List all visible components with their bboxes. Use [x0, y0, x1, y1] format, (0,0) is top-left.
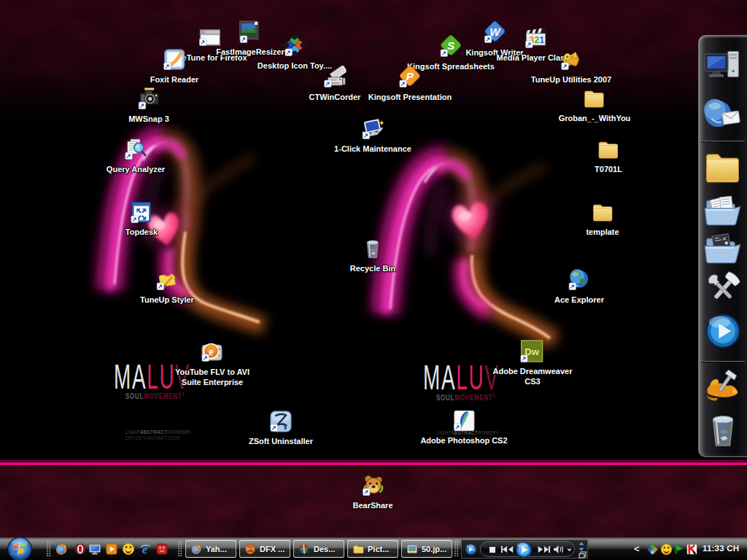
svg-text:e: e: [142, 542, 148, 556]
svg-text:SOULMOVEMENT2: SOULMOVEMENT2: [436, 392, 495, 402]
svg-text:SOULMOVEMENT2: SOULMOVEMENT2: [125, 391, 185, 400]
svg-text:e: e: [209, 346, 213, 357]
svg-text:S: S: [447, 39, 454, 52]
svg-text:DPI.DEVIANTART.COM: DPI.DEVIANTART.COM: [125, 435, 180, 440]
svg-text:DFX: DFX: [247, 547, 255, 551]
svg-text:LIGHTABSTRACTFROMDPI: LIGHTABSTRACTFROMDPI: [125, 429, 190, 435]
svg-text:1: 1: [540, 35, 545, 45]
svg-text:MALUV: MALUV: [423, 357, 500, 397]
svg-text:2: 2: [535, 35, 540, 45]
svg-text:P: P: [406, 70, 414, 82]
